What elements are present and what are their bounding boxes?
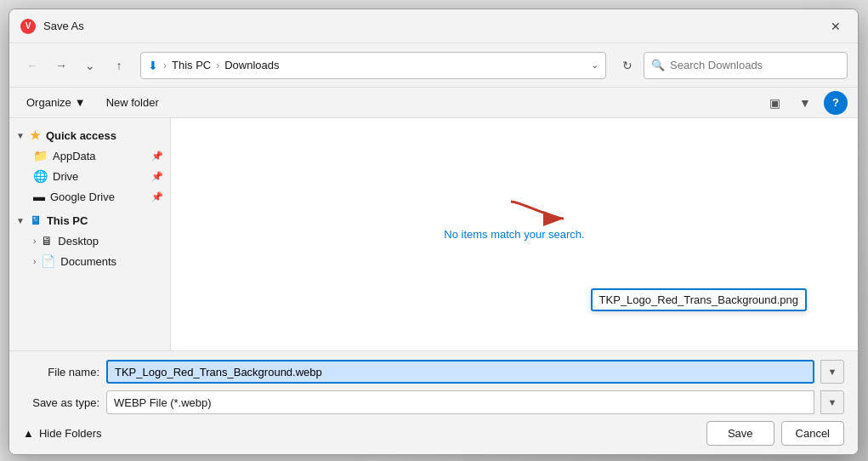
- empty-message: No items match your search.: [444, 228, 584, 241]
- desktop-expand-icon: ›: [33, 236, 36, 246]
- this-pc-icon: 🖥: [30, 213, 42, 227]
- view-button[interactable]: ▣: [763, 91, 786, 115]
- drive-label: Drive: [53, 170, 78, 183]
- save-button[interactable]: Save: [706, 421, 774, 446]
- breadcrumb-thispc: This PC: [172, 59, 211, 71]
- main-content: ▼ ★ Quick access 📁 AppData 📌 🌐 Drive 📌 ▬…: [9, 118, 858, 350]
- sidebar-item-desktop[interactable]: › 🖥 Desktop: [9, 230, 170, 251]
- google-drive-icon: ▬: [33, 190, 45, 203]
- save-as-dialog: V Save As ✕ ← → ⌄ ↑ ⬇ › This PC › Downlo…: [9, 9, 859, 455]
- organize-button[interactable]: Organize ▼: [20, 94, 93, 111]
- quick-access-label: Quick access: [46, 129, 116, 142]
- refresh-button[interactable]: ↻: [615, 53, 640, 78]
- this-pc-label: This PC: [47, 214, 88, 227]
- sidebar-item-documents[interactable]: › 📄 Documents: [9, 251, 170, 271]
- sidebar: ▼ ★ Quick access 📁 AppData 📌 🌐 Drive 📌 ▬…: [9, 118, 171, 350]
- floating-filename-text: TKP_Logo_Red_Trans_Background.png: [599, 293, 798, 306]
- filename-label: File name:: [23, 366, 99, 378]
- drive-icon: 🌐: [33, 169, 48, 183]
- organize-bar: Organize ▼ New folder ▣ ▼ ?: [9, 88, 858, 118]
- appdata-pin-icon: 📌: [151, 151, 163, 162]
- filename-dropdown-button[interactable]: ▼: [820, 360, 844, 384]
- address-bar[interactable]: ⬇ › This PC › Downloads ⌄: [140, 52, 606, 79]
- vivaldi-logo: V: [20, 19, 36, 34]
- app-icon: V: [20, 18, 37, 35]
- savetype-label: Save as type:: [23, 396, 99, 409]
- search-box: 🔍: [644, 52, 848, 79]
- help-button[interactable]: ?: [824, 91, 848, 115]
- this-pc-expand-icon: ▼: [16, 216, 25, 225]
- google-drive-pin-icon: 📌: [151, 191, 163, 202]
- quick-access-star-icon: ★: [30, 128, 41, 142]
- address-dropdown-icon[interactable]: ⌄: [591, 60, 599, 71]
- appdata-folder-icon: 📁: [33, 149, 48, 162]
- hide-folders-label: Hide Folders: [39, 427, 102, 440]
- up-button[interactable]: ↑: [106, 53, 132, 78]
- this-pc-section: ▼ 🖥 This PC › 🖥 Desktop › 📄 Documents: [9, 210, 170, 271]
- dialog-buttons: Save Cancel: [706, 421, 844, 446]
- documents-icon: 📄: [41, 254, 55, 268]
- appdata-label: AppData: [53, 150, 96, 162]
- dialog-title: Save As: [43, 20, 824, 32]
- sidebar-item-appdata[interactable]: 📁 AppData 📌: [9, 145, 170, 166]
- bottom-bar: File name: ▼ Save as type: WEBP File (*.…: [9, 350, 858, 454]
- arrow-indicator: [502, 193, 570, 227]
- search-input[interactable]: [670, 59, 840, 71]
- recent-locations-button[interactable]: ⌄: [77, 53, 103, 78]
- organize-chevron-icon: ▼: [75, 96, 86, 109]
- sidebar-item-drive[interactable]: 🌐 Drive 📌: [9, 166, 170, 186]
- documents-label: Documents: [60, 255, 116, 268]
- breadcrumb-separator-1: ›: [163, 60, 167, 71]
- savetype-dropdown-button[interactable]: ▼: [820, 390, 844, 414]
- quick-access-header[interactable]: ▼ ★ Quick access: [9, 125, 170, 145]
- savetype-row: Save as type: WEBP File (*.webp) ▼: [23, 390, 844, 414]
- actions-row: ▲ Hide Folders Save Cancel: [23, 421, 844, 446]
- this-pc-header[interactable]: ▼ 🖥 This PC: [9, 210, 170, 230]
- filename-input[interactable]: [106, 360, 814, 384]
- quick-access-section: ▼ ★ Quick access 📁 AppData 📌 🌐 Drive 📌 ▬…: [9, 125, 170, 207]
- hide-folders-collapse-icon: ▲: [23, 427, 34, 440]
- close-button[interactable]: ✕: [824, 14, 848, 38]
- new-folder-button[interactable]: New folder: [99, 94, 166, 111]
- cancel-button[interactable]: Cancel: [781, 421, 844, 446]
- quick-access-expand-icon: ▼: [16, 131, 25, 140]
- breadcrumb-downloads: Downloads: [224, 59, 279, 71]
- title-bar: V Save As ✕: [9, 9, 858, 43]
- navigation-toolbar: ← → ⌄ ↑ ⬇ › This PC › Downloads ⌄ ↻ 🔍: [9, 43, 858, 88]
- sidebar-item-google-drive[interactable]: ▬ Google Drive 📌: [9, 186, 170, 207]
- breadcrumb-separator-2: ›: [216, 60, 219, 71]
- search-icon: 🔍: [651, 59, 665, 71]
- view-dropdown-button[interactable]: ▼: [793, 91, 817, 115]
- documents-expand-icon: ›: [33, 257, 36, 266]
- desktop-icon: 🖥: [41, 234, 53, 248]
- file-area: No items match your search. TKP_Logo_Red…: [171, 118, 858, 350]
- forward-button[interactable]: →: [48, 53, 74, 78]
- drive-pin-icon: 📌: [151, 171, 163, 182]
- desktop-label: Desktop: [58, 235, 99, 248]
- back-button[interactable]: ←: [20, 53, 45, 78]
- organize-label: Organize: [26, 96, 71, 109]
- hide-folders-button[interactable]: ▲ Hide Folders: [23, 427, 102, 440]
- filename-row: File name: ▼: [23, 360, 844, 384]
- savetype-select[interactable]: WEBP File (*.webp): [106, 390, 814, 414]
- google-drive-label: Google Drive: [50, 191, 115, 203]
- downloads-icon: ⬇: [148, 59, 158, 72]
- floating-filename-box: TKP_Logo_Red_Trans_Background.png: [591, 288, 807, 311]
- arrow-svg: [502, 193, 570, 227]
